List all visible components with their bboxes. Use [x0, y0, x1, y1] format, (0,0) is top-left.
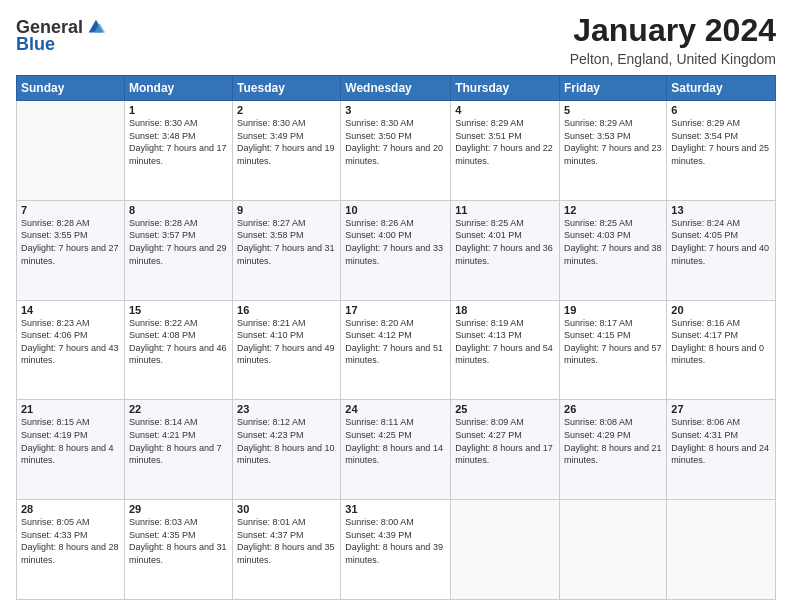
daylight-text: Daylight: 7 hours and 38 minutes. [564, 243, 662, 266]
day-number: 1 [129, 104, 228, 116]
daylight-text: Daylight: 8 hours and 31 minutes. [129, 542, 227, 565]
sunset-text: Sunset: 4:19 PM [21, 430, 88, 440]
day-info: Sunrise: 8:05 AM Sunset: 4:33 PM Dayligh… [21, 516, 120, 566]
day-number: 2 [237, 104, 336, 116]
calendar-week-row: 21 Sunrise: 8:15 AM Sunset: 4:19 PM Dayl… [17, 400, 776, 500]
day-number: 13 [671, 204, 771, 216]
calendar-cell [560, 500, 667, 600]
calendar-cell [17, 101, 125, 201]
sunset-text: Sunset: 4:21 PM [129, 430, 196, 440]
sunset-text: Sunset: 4:15 PM [564, 330, 631, 340]
sunset-text: Sunset: 4:23 PM [237, 430, 304, 440]
day-info: Sunrise: 8:27 AM Sunset: 3:58 PM Dayligh… [237, 217, 336, 267]
location: Pelton, England, United Kingdom [570, 51, 776, 67]
day-info: Sunrise: 8:11 AM Sunset: 4:25 PM Dayligh… [345, 416, 446, 466]
calendar-cell: 28 Sunrise: 8:05 AM Sunset: 4:33 PM Dayl… [17, 500, 125, 600]
day-info: Sunrise: 8:17 AM Sunset: 4:15 PM Dayligh… [564, 317, 662, 367]
calendar-cell: 8 Sunrise: 8:28 AM Sunset: 3:57 PM Dayli… [124, 200, 232, 300]
day-number: 7 [21, 204, 120, 216]
daylight-text: Daylight: 7 hours and 54 minutes. [455, 343, 553, 366]
day-info: Sunrise: 8:00 AM Sunset: 4:39 PM Dayligh… [345, 516, 446, 566]
day-number: 10 [345, 204, 446, 216]
sunrise-text: Sunrise: 8:16 AM [671, 318, 740, 328]
calendar-cell: 26 Sunrise: 8:08 AM Sunset: 4:29 PM Dayl… [560, 400, 667, 500]
day-number: 14 [21, 304, 120, 316]
calendar-cell: 11 Sunrise: 8:25 AM Sunset: 4:01 PM Dayl… [451, 200, 560, 300]
col-saturday: Saturday [667, 76, 776, 101]
sunset-text: Sunset: 4:35 PM [129, 530, 196, 540]
day-number: 25 [455, 403, 555, 415]
calendar-cell: 14 Sunrise: 8:23 AM Sunset: 4:06 PM Dayl… [17, 300, 125, 400]
daylight-text: Daylight: 7 hours and 31 minutes. [237, 243, 335, 266]
daylight-text: Daylight: 7 hours and 57 minutes. [564, 343, 662, 366]
daylight-text: Daylight: 8 hours and 7 minutes. [129, 443, 222, 466]
daylight-text: Daylight: 7 hours and 33 minutes. [345, 243, 443, 266]
calendar-cell: 9 Sunrise: 8:27 AM Sunset: 3:58 PM Dayli… [233, 200, 341, 300]
daylight-text: Daylight: 8 hours and 35 minutes. [237, 542, 335, 565]
sunrise-text: Sunrise: 8:26 AM [345, 218, 414, 228]
sunset-text: Sunset: 4:08 PM [129, 330, 196, 340]
sunset-text: Sunset: 3:48 PM [129, 131, 196, 141]
sunrise-text: Sunrise: 8:28 AM [129, 218, 198, 228]
day-number: 30 [237, 503, 336, 515]
day-info: Sunrise: 8:19 AM Sunset: 4:13 PM Dayligh… [455, 317, 555, 367]
calendar-cell: 27 Sunrise: 8:06 AM Sunset: 4:31 PM Dayl… [667, 400, 776, 500]
sunrise-text: Sunrise: 8:27 AM [237, 218, 306, 228]
day-number: 31 [345, 503, 446, 515]
sunset-text: Sunset: 4:01 PM [455, 230, 522, 240]
sunrise-text: Sunrise: 8:12 AM [237, 417, 306, 427]
calendar-cell [451, 500, 560, 600]
day-info: Sunrise: 8:30 AM Sunset: 3:50 PM Dayligh… [345, 117, 446, 167]
sunset-text: Sunset: 4:39 PM [345, 530, 412, 540]
calendar-cell: 17 Sunrise: 8:20 AM Sunset: 4:12 PM Dayl… [341, 300, 451, 400]
calendar-cell: 16 Sunrise: 8:21 AM Sunset: 4:10 PM Dayl… [233, 300, 341, 400]
day-info: Sunrise: 8:30 AM Sunset: 3:48 PM Dayligh… [129, 117, 228, 167]
daylight-text: Daylight: 8 hours and 28 minutes. [21, 542, 119, 565]
day-number: 19 [564, 304, 662, 316]
sunset-text: Sunset: 4:31 PM [671, 430, 738, 440]
sunset-text: Sunset: 4:33 PM [21, 530, 88, 540]
daylight-text: Daylight: 7 hours and 36 minutes. [455, 243, 553, 266]
day-number: 12 [564, 204, 662, 216]
calendar-cell: 15 Sunrise: 8:22 AM Sunset: 4:08 PM Dayl… [124, 300, 232, 400]
sunset-text: Sunset: 4:17 PM [671, 330, 738, 340]
day-number: 16 [237, 304, 336, 316]
day-info: Sunrise: 8:29 AM Sunset: 3:54 PM Dayligh… [671, 117, 771, 167]
sunrise-text: Sunrise: 8:19 AM [455, 318, 524, 328]
sunrise-text: Sunrise: 8:22 AM [129, 318, 198, 328]
sunset-text: Sunset: 3:51 PM [455, 131, 522, 141]
calendar-cell: 1 Sunrise: 8:30 AM Sunset: 3:48 PM Dayli… [124, 101, 232, 201]
day-number: 3 [345, 104, 446, 116]
sunrise-text: Sunrise: 8:30 AM [345, 118, 414, 128]
sunset-text: Sunset: 4:37 PM [237, 530, 304, 540]
calendar-cell: 5 Sunrise: 8:29 AM Sunset: 3:53 PM Dayli… [560, 101, 667, 201]
day-number: 26 [564, 403, 662, 415]
day-info: Sunrise: 8:28 AM Sunset: 3:57 PM Dayligh… [129, 217, 228, 267]
day-number: 20 [671, 304, 771, 316]
sunrise-text: Sunrise: 8:17 AM [564, 318, 633, 328]
sunset-text: Sunset: 4:13 PM [455, 330, 522, 340]
calendar-cell: 22 Sunrise: 8:14 AM Sunset: 4:21 PM Dayl… [124, 400, 232, 500]
day-number: 11 [455, 204, 555, 216]
logo-icon [85, 16, 107, 38]
day-info: Sunrise: 8:15 AM Sunset: 4:19 PM Dayligh… [21, 416, 120, 466]
daylight-text: Daylight: 7 hours and 23 minutes. [564, 143, 662, 166]
day-info: Sunrise: 8:25 AM Sunset: 4:03 PM Dayligh… [564, 217, 662, 267]
day-number: 28 [21, 503, 120, 515]
sunrise-text: Sunrise: 8:29 AM [455, 118, 524, 128]
calendar-cell: 30 Sunrise: 8:01 AM Sunset: 4:37 PM Dayl… [233, 500, 341, 600]
sunrise-text: Sunrise: 8:24 AM [671, 218, 740, 228]
sunrise-text: Sunrise: 8:20 AM [345, 318, 414, 328]
month-title: January 2024 [570, 12, 776, 49]
sunrise-text: Sunrise: 8:30 AM [237, 118, 306, 128]
daylight-text: Daylight: 7 hours and 46 minutes. [129, 343, 227, 366]
calendar-cell: 4 Sunrise: 8:29 AM Sunset: 3:51 PM Dayli… [451, 101, 560, 201]
calendar-cell: 2 Sunrise: 8:30 AM Sunset: 3:49 PM Dayli… [233, 101, 341, 201]
sunrise-text: Sunrise: 8:29 AM [671, 118, 740, 128]
calendar-week-row: 28 Sunrise: 8:05 AM Sunset: 4:33 PM Dayl… [17, 500, 776, 600]
col-tuesday: Tuesday [233, 76, 341, 101]
sunrise-text: Sunrise: 8:06 AM [671, 417, 740, 427]
sunset-text: Sunset: 4:03 PM [564, 230, 631, 240]
calendar-cell: 12 Sunrise: 8:25 AM Sunset: 4:03 PM Dayl… [560, 200, 667, 300]
daylight-text: Daylight: 7 hours and 22 minutes. [455, 143, 553, 166]
